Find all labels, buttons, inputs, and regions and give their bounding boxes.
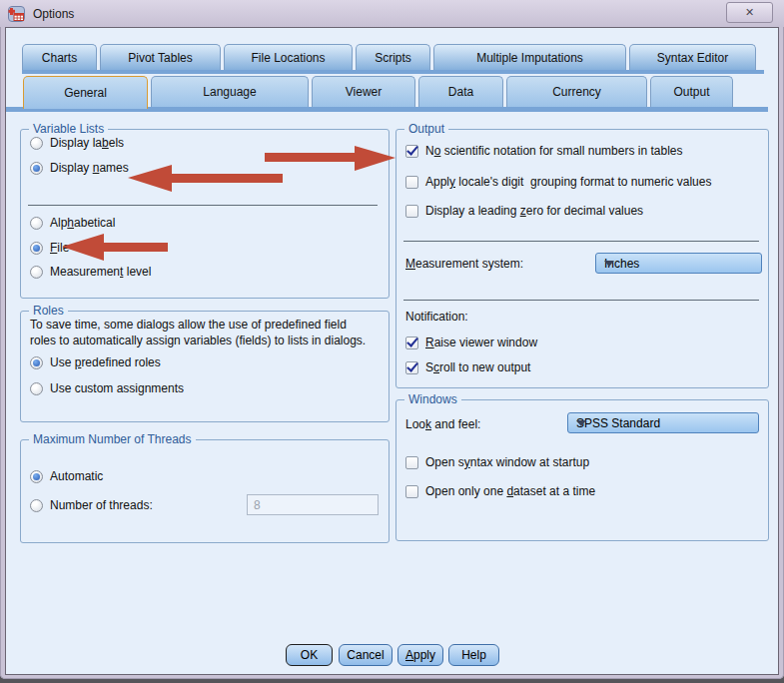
group-title: Roles: [29, 304, 68, 318]
option-label: Alphabetical: [50, 216, 115, 230]
label-text: ames: [99, 161, 128, 175]
label-text: Automatic: [50, 469, 103, 483]
measurement-system-label: Measurement system:: [405, 257, 523, 271]
tab-charts[interactable]: Charts: [22, 44, 97, 70]
roles-description-line1: To save time, some dialogs allow the use…: [30, 318, 347, 332]
screen: Options ✕ Charts Pivot Tables File Locat…: [0, 0, 784, 683]
radio-icon-selected[interactable]: [30, 470, 43, 483]
radio-icon[interactable]: [30, 499, 43, 512]
option-label: Apply locale's digit grouping format to …: [425, 175, 711, 189]
option-label: Scroll to new output: [425, 360, 530, 374]
apply-button[interactable]: Apply: [397, 644, 443, 666]
checkbox-icon-checked[interactable]: [405, 337, 418, 349]
label-text: pply: [413, 648, 435, 662]
tab-output[interactable]: Output: [650, 76, 733, 107]
tab-viewer[interactable]: Viewer: [312, 76, 415, 107]
threads-count-input[interactable]: 8: [247, 494, 379, 515]
option-label: No scientific notation for small numbers…: [425, 144, 682, 158]
checkbox-icon[interactable]: [405, 485, 418, 498]
dropdown-value: SPSS Standard: [576, 416, 660, 430]
radio-use-predefined-roles[interactable]: Use predefined roles: [30, 353, 161, 371]
option-label: Open only one dataset at a time: [425, 484, 595, 498]
radio-use-custom-assignments[interactable]: Use custom assignments: [30, 379, 184, 397]
label-text: Use custom assignments: [50, 381, 184, 395]
checkbox-no-scientific-notation[interactable]: No scientific notation for small numbers…: [405, 142, 682, 160]
look-and-feel-label: Look and feel:: [405, 417, 480, 431]
label-text: Loo: [405, 417, 425, 431]
label-text: els: [109, 136, 124, 150]
spss-app-icon: [8, 6, 26, 22]
radio-icon-selected[interactable]: [30, 242, 43, 255]
measurement-system-dropdown[interactable]: Inches: [595, 253, 762, 274]
radio-automatic[interactable]: Automatic: [30, 467, 103, 485]
radio-icon[interactable]: [30, 266, 43, 279]
close-button[interactable]: ✕: [726, 2, 773, 23]
radio-icon-selected[interactable]: [30, 162, 43, 175]
radio-display-labels[interactable]: Display labels: [30, 134, 124, 152]
look-and-feel-dropdown[interactable]: SPSS Standard: [567, 412, 759, 433]
cancel-button[interactable]: Cancel: [339, 644, 392, 666]
notification-label: Notification:: [405, 310, 468, 324]
options-dialog: Options ✕ Charts Pivot Tables File Locat…: [0, 0, 784, 679]
arrow-shaft: [104, 243, 168, 252]
radio-display-names[interactable]: Display names: [30, 159, 129, 177]
checkbox-icon[interactable]: [405, 456, 418, 469]
window-title: Options: [33, 7, 74, 21]
radio-alphabetical[interactable]: Alphabetical: [30, 214, 115, 232]
checkbox-icon[interactable]: [405, 176, 418, 189]
radio-number-of-threads[interactable]: Number of threads:: [30, 496, 153, 514]
tab-currency[interactable]: Currency: [506, 76, 647, 107]
radio-icon[interactable]: [30, 217, 43, 230]
arrow-shaft: [172, 174, 283, 183]
radio-measurement-level[interactable]: Measurement level: [30, 263, 151, 281]
option-label: Display labels: [50, 136, 124, 150]
arrow-head: [128, 165, 172, 192]
help-button[interactable]: Help: [448, 644, 499, 666]
arrow-head: [355, 146, 395, 171]
roles-description-line2: roles to automatically assign variables …: [30, 334, 366, 347]
tab-scripts[interactable]: Scripts: [356, 44, 430, 70]
label-mnemonic: A: [405, 648, 413, 662]
checkbox-raise-viewer-window[interactable]: Raise viewer window: [405, 334, 537, 351]
group-title: Windows: [404, 392, 461, 406]
checkbox-icon-checked[interactable]: [405, 361, 418, 374]
checkbox-scroll-to-new-output[interactable]: Scroll to new output: [405, 358, 530, 376]
chevron-down-icon: [604, 261, 614, 267]
checkbox-icon-checked[interactable]: [405, 145, 418, 158]
option-label: Open syntax window at startup: [425, 455, 589, 469]
radio-icon[interactable]: [30, 382, 43, 395]
label-text: Appl: [425, 175, 449, 189]
label-text: Number of threads:: [50, 498, 153, 512]
label-text: Open s: [425, 455, 464, 469]
close-icon: ✕: [745, 7, 754, 18]
tab-language[interactable]: Language: [151, 76, 309, 107]
tab-pivot-tables[interactable]: Pivot Tables: [100, 44, 221, 70]
checkbox-apply-locale-grouping[interactable]: Apply locale's digit grouping format to …: [405, 173, 711, 191]
radio-icon[interactable]: [30, 137, 43, 150]
ok-button[interactable]: OK: [286, 644, 333, 666]
label-text: scientific notation for small numbers in…: [440, 144, 682, 158]
threads-count-value: 8: [254, 498, 261, 512]
label-mnemonic: b: [102, 136, 109, 150]
tab-general[interactable]: General: [23, 76, 148, 109]
label-text: ero for decimal values: [526, 204, 643, 218]
label-text: redefined roles: [81, 355, 160, 369]
option-label: Display a leading zero for decimal value…: [425, 204, 643, 218]
desktop-edge: [0, 679, 784, 683]
label-text: Use: [50, 355, 75, 369]
option-label: Use predefined roles: [50, 355, 161, 369]
tab-multiple-imputations[interactable]: Multiple Imputations: [433, 44, 626, 70]
tab-row-bottom: General Language Viewer Data Currency Ou…: [23, 76, 733, 107]
tab-syntax-editor[interactable]: Syntax Editor: [629, 44, 756, 70]
tab-data[interactable]: Data: [418, 76, 503, 107]
checkbox-open-syntax-window[interactable]: Open syntax window at startup: [405, 453, 589, 471]
checkbox-leading-zero[interactable]: Display a leading zero for decimal value…: [405, 202, 643, 220]
checkbox-icon[interactable]: [405, 205, 418, 218]
label-text: abetical: [74, 216, 115, 230]
radio-icon-selected[interactable]: [30, 356, 43, 369]
checkbox-open-one-dataset[interactable]: Open only one dataset at a time: [405, 482, 595, 500]
titlebar[interactable]: Options ✕: [0, 0, 784, 27]
tab-file-locations[interactable]: File Locations: [224, 44, 353, 70]
label-text: easurement system:: [415, 257, 523, 271]
button-label: Apply: [405, 648, 435, 662]
